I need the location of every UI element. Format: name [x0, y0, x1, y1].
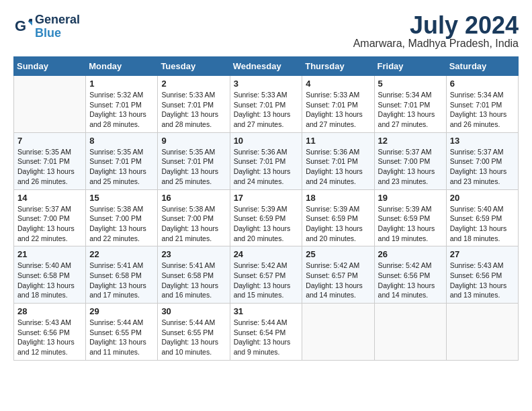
day-number: 14: [17, 193, 82, 203]
day-info: Sunrise: 5:42 AM Sunset: 6:57 PM Dayligh…: [306, 261, 370, 300]
weekday-header-thursday: Thursday: [302, 57, 374, 76]
calendar-cell: 1Sunrise: 5:32 AM Sunset: 7:01 PM Daylig…: [86, 76, 158, 133]
calendar-cell: 4Sunrise: 5:33 AM Sunset: 7:01 PM Daylig…: [302, 76, 374, 133]
calendar-cell: [446, 304, 518, 361]
calendar-cell: 29Sunrise: 5:44 AM Sunset: 6:55 PM Dayli…: [86, 304, 158, 361]
week-row-5: 28Sunrise: 5:43 AM Sunset: 6:56 PM Dayli…: [14, 304, 519, 361]
day-info: Sunrise: 5:44 AM Sunset: 6:54 PM Dayligh…: [234, 318, 299, 357]
calendar-cell: 13Sunrise: 5:37 AM Sunset: 7:00 PM Dayli…: [446, 132, 518, 189]
day-info: Sunrise: 5:33 AM Sunset: 7:01 PM Dayligh…: [234, 90, 299, 130]
day-info: Sunrise: 5:39 AM Sunset: 6:59 PM Dayligh…: [306, 204, 370, 244]
week-row-1: 1Sunrise: 5:32 AM Sunset: 7:01 PM Daylig…: [14, 76, 519, 133]
day-number: 30: [161, 306, 226, 316]
calendar-cell: 5Sunrise: 5:34 AM Sunset: 7:01 PM Daylig…: [374, 76, 446, 133]
day-number: 5: [378, 79, 443, 89]
calendar-cell: 3Sunrise: 5:33 AM Sunset: 7:01 PM Daylig…: [230, 76, 302, 133]
weekday-header-saturday: Saturday: [446, 57, 518, 76]
weekday-header-monday: Monday: [86, 57, 158, 76]
day-number: 19: [378, 193, 443, 203]
calendar-cell: 22Sunrise: 5:41 AM Sunset: 6:58 PM Dayli…: [86, 246, 158, 304]
weekday-header-row: SundayMondayTuesdayWednesdayThursdayFrid…: [14, 57, 519, 76]
day-info: Sunrise: 5:34 AM Sunset: 7:01 PM Dayligh…: [450, 90, 515, 130]
day-number: 15: [89, 193, 154, 203]
calendar-cell: 23Sunrise: 5:41 AM Sunset: 6:58 PM Dayli…: [158, 246, 230, 304]
day-number: 25: [306, 249, 370, 259]
calendar-cell: 18Sunrise: 5:39 AM Sunset: 6:59 PM Dayli…: [302, 189, 374, 246]
day-number: 6: [450, 79, 515, 89]
day-info: Sunrise: 5:43 AM Sunset: 6:56 PM Dayligh…: [17, 318, 82, 357]
day-number: 10: [234, 136, 299, 146]
svg-marker-1: [28, 21, 32, 26]
day-info: Sunrise: 5:38 AM Sunset: 7:00 PM Dayligh…: [161, 204, 226, 244]
logo-icon: G: [13, 17, 32, 36]
day-number: 4: [306, 79, 370, 89]
calendar-cell: 21Sunrise: 5:40 AM Sunset: 6:58 PM Dayli…: [14, 246, 86, 304]
calendar-cell: 14Sunrise: 5:37 AM Sunset: 7:00 PM Dayli…: [14, 189, 86, 246]
day-number: 16: [161, 193, 226, 203]
calendar-cell: 9Sunrise: 5:35 AM Sunset: 7:01 PM Daylig…: [158, 132, 230, 189]
calendar-cell: 27Sunrise: 5:43 AM Sunset: 6:56 PM Dayli…: [446, 246, 518, 304]
calendar-cell: 16Sunrise: 5:38 AM Sunset: 7:00 PM Dayli…: [158, 189, 230, 246]
page-header: G General Blue July 2024 Amarwara, Madhy…: [13, 13, 519, 50]
day-number: 8: [89, 136, 154, 146]
day-info: Sunrise: 5:36 AM Sunset: 7:01 PM Dayligh…: [306, 147, 370, 187]
day-number: 12: [378, 136, 443, 146]
day-number: 21: [17, 249, 82, 259]
calendar-cell: 2Sunrise: 5:33 AM Sunset: 7:01 PM Daylig…: [158, 76, 230, 133]
day-number: 2: [161, 79, 226, 89]
weekday-header-sunday: Sunday: [14, 57, 86, 76]
day-info: Sunrise: 5:44 AM Sunset: 6:55 PM Dayligh…: [161, 318, 226, 357]
day-number: 13: [450, 136, 515, 146]
day-number: 18: [306, 193, 370, 203]
day-info: Sunrise: 5:44 AM Sunset: 6:55 PM Dayligh…: [89, 318, 154, 357]
logo-blue: Blue: [35, 27, 80, 40]
day-number: 1: [89, 79, 154, 89]
weekday-header-tuesday: Tuesday: [158, 57, 230, 76]
calendar-cell: 31Sunrise: 5:44 AM Sunset: 6:54 PM Dayli…: [230, 304, 302, 361]
day-number: 28: [17, 306, 82, 316]
week-row-4: 21Sunrise: 5:40 AM Sunset: 6:58 PM Dayli…: [14, 246, 519, 304]
svg-text:G: G: [15, 17, 26, 34]
logo-general: General: [35, 13, 80, 27]
day-info: Sunrise: 5:33 AM Sunset: 7:01 PM Dayligh…: [161, 90, 226, 130]
month-year: July 2024: [353, 13, 519, 38]
location: Amarwara, Madhya Pradesh, India: [353, 38, 519, 50]
day-info: Sunrise: 5:39 AM Sunset: 6:59 PM Dayligh…: [234, 204, 299, 244]
day-number: 11: [306, 136, 370, 146]
title-block: July 2024 Amarwara, Madhya Pradesh, Indi…: [353, 13, 519, 50]
day-number: 26: [378, 249, 443, 259]
day-info: Sunrise: 5:35 AM Sunset: 7:01 PM Dayligh…: [161, 147, 226, 187]
calendar-cell: 26Sunrise: 5:42 AM Sunset: 6:56 PM Dayli…: [374, 246, 446, 304]
calendar-cell: 6Sunrise: 5:34 AM Sunset: 7:01 PM Daylig…: [446, 76, 518, 133]
day-number: 23: [161, 249, 226, 259]
calendar-cell: 24Sunrise: 5:42 AM Sunset: 6:57 PM Dayli…: [230, 246, 302, 304]
calendar-cell: [14, 76, 86, 133]
day-info: Sunrise: 5:37 AM Sunset: 7:00 PM Dayligh…: [450, 147, 515, 187]
calendar-cell: 20Sunrise: 5:40 AM Sunset: 6:59 PM Dayli…: [446, 189, 518, 246]
weekday-header-friday: Friday: [374, 57, 446, 76]
day-info: Sunrise: 5:42 AM Sunset: 6:56 PM Dayligh…: [378, 261, 443, 300]
calendar-cell: 30Sunrise: 5:44 AM Sunset: 6:55 PM Dayli…: [158, 304, 230, 361]
day-info: Sunrise: 5:40 AM Sunset: 6:59 PM Dayligh…: [450, 204, 515, 244]
day-info: Sunrise: 5:35 AM Sunset: 7:01 PM Dayligh…: [17, 147, 82, 187]
day-number: 20: [450, 193, 515, 203]
day-number: 24: [234, 249, 299, 259]
day-number: 29: [89, 306, 154, 316]
day-number: 27: [450, 249, 515, 259]
day-number: 7: [17, 136, 82, 146]
day-info: Sunrise: 5:43 AM Sunset: 6:56 PM Dayligh…: [450, 261, 515, 300]
day-info: Sunrise: 5:41 AM Sunset: 6:58 PM Dayligh…: [161, 261, 226, 300]
day-number: 31: [234, 306, 299, 316]
calendar-cell: 8Sunrise: 5:35 AM Sunset: 7:01 PM Daylig…: [86, 132, 158, 189]
day-info: Sunrise: 5:38 AM Sunset: 7:00 PM Dayligh…: [89, 204, 154, 244]
day-info: Sunrise: 5:34 AM Sunset: 7:01 PM Dayligh…: [378, 90, 443, 130]
calendar-cell: 15Sunrise: 5:38 AM Sunset: 7:00 PM Dayli…: [86, 189, 158, 246]
calendar-cell: [302, 304, 374, 361]
day-info: Sunrise: 5:33 AM Sunset: 7:01 PM Dayligh…: [306, 90, 370, 130]
day-number: 17: [234, 193, 299, 203]
svg-marker-2: [28, 19, 32, 21]
day-info: Sunrise: 5:37 AM Sunset: 7:00 PM Dayligh…: [17, 204, 82, 244]
day-info: Sunrise: 5:42 AM Sunset: 6:57 PM Dayligh…: [234, 261, 299, 300]
day-info: Sunrise: 5:37 AM Sunset: 7:00 PM Dayligh…: [378, 147, 443, 187]
day-number: 9: [161, 136, 226, 146]
